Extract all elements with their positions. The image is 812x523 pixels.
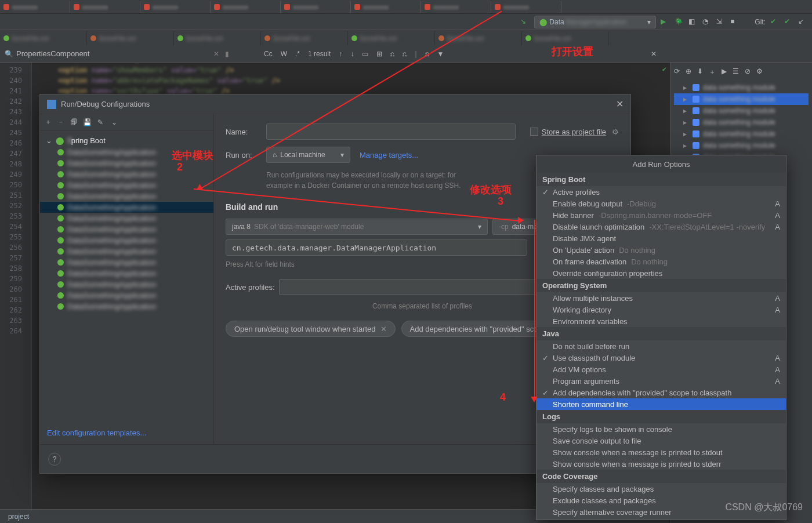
menu-item[interactable]: Specify classes and packages	[536, 483, 786, 495]
menu-item[interactable]: ✓Add dependencies with "provided" scope …	[536, 387, 786, 398]
config-tree-item[interactable]: DataSomethingApplication	[40, 180, 213, 191]
project-tool-label[interactable]: project	[8, 513, 29, 521]
maven-item[interactable]: ▸data something module	[674, 93, 809, 105]
regex[interactable]: .*	[295, 50, 300, 58]
file-tab[interactable]: SomeFile.ext	[348, 31, 435, 45]
os-tab[interactable]: xxxxxxxx	[144, 1, 211, 13]
menu-item[interactable]: Disable launch optimization-XX:TieredSto…	[536, 221, 786, 233]
match-case[interactable]: Cc	[264, 50, 273, 58]
remove-icon[interactable]: －	[57, 117, 64, 127]
stop-icon[interactable]: ■	[730, 17, 740, 27]
file-tab[interactable]: SomeFile.ext	[0, 31, 87, 45]
maven-item[interactable]: ▸data something module	[674, 105, 809, 117]
sdk-combo[interactable]: java 8 SDK of 'data-manager-web' module …	[226, 219, 488, 235]
tool2-icon[interactable]: ⎌	[403, 50, 407, 58]
menu-item[interactable]: Disable JMX agent	[536, 233, 786, 244]
clear-icon[interactable]: ✕	[213, 50, 219, 58]
git-check-icon[interactable]: ✔	[770, 17, 780, 27]
generate-icon[interactable]: ⊕	[686, 67, 691, 77]
file-tab[interactable]: SomeFile.ext	[522, 31, 609, 45]
hammer-icon[interactable]: ↘	[520, 17, 530, 27]
file-tab[interactable]: SomeFile.ext	[261, 31, 348, 45]
chip-provided-scope[interactable]: Add dependencies with "provided" scop	[401, 321, 551, 337]
settings-icon[interactable]: ⚙	[756, 67, 763, 77]
edit-icon[interactable]: ✎	[97, 118, 103, 126]
save-icon[interactable]: 💾	[83, 118, 92, 126]
maven-item[interactable]: ▸data something module	[674, 117, 809, 128]
menu-item[interactable]: On 'Update' actionDo nothing	[536, 244, 786, 256]
tool3-icon[interactable]: ⎌	[425, 50, 429, 58]
menu-item[interactable]: Shorten command line	[536, 398, 786, 410]
store-as-file[interactable]: Store as project file ⚙	[530, 128, 619, 136]
config-tree-item[interactable]: DataSomethingApplication	[40, 213, 213, 224]
close-icon[interactable]: ✕	[380, 325, 387, 333]
select-all-icon[interactable]: ▭	[362, 50, 368, 58]
run-maven-icon[interactable]: ▶	[722, 67, 727, 77]
skip-icon[interactable]: ⊘	[745, 67, 751, 77]
config-tree-item[interactable]: DataSomethingApplication	[40, 158, 213, 169]
config-tree-item[interactable]: DataSomethingApplication	[40, 301, 213, 312]
main-class-field[interactable]: cn.getech.data.manager.DataManagerApplic…	[226, 239, 527, 256]
config-tree-item[interactable]: DataSomethingApplication	[40, 147, 213, 158]
git-push-icon[interactable]: ↙	[798, 17, 807, 27]
menu-item[interactable]: Specify logs to be shown in console	[536, 423, 786, 435]
git-commit-icon[interactable]: ✔	[784, 17, 793, 27]
toggle-icon[interactable]: ☰	[733, 67, 739, 77]
config-tree-item[interactable]: DataSomethingApplication	[40, 191, 213, 202]
os-tab[interactable]: xxxxxxxx	[214, 1, 281, 13]
search-input[interactable]	[16, 49, 190, 58]
close-icon[interactable]: ✕	[616, 99, 624, 110]
file-tab[interactable]: SomeFile.ext	[174, 31, 261, 45]
manage-targets-link[interactable]: Manage targets...	[360, 151, 418, 159]
os-tab[interactable]: xxxxxxxx	[425, 1, 491, 13]
plus-icon[interactable]: ＋	[709, 67, 716, 77]
add-selection-icon[interactable]: ⊞	[376, 50, 382, 58]
name-field[interactable]	[266, 124, 516, 140]
config-tree-item[interactable]: DataSomethingApplication	[40, 279, 213, 290]
menu-item[interactable]: Enable debug output-DdebugA	[536, 198, 786, 209]
prev-icon[interactable]: ↑	[339, 50, 342, 58]
attach-icon[interactable]: ⇲	[716, 17, 726, 27]
menu-item[interactable]: On frame deactivationDo nothing	[536, 256, 786, 267]
download-icon[interactable]: ⬇	[697, 67, 703, 77]
menu-item[interactable]: ✓Active profiles	[536, 186, 786, 198]
add-icon[interactable]: ＋	[45, 117, 52, 127]
config-tree-item[interactable]: DataSomethingApplication	[40, 235, 213, 246]
menu-item[interactable]: Override configuration properties	[536, 267, 786, 279]
close-search-icon[interactable]: ✕	[651, 50, 657, 58]
edit-templates-link[interactable]: Edit configuration templates...	[40, 422, 213, 444]
next-icon[interactable]: ↓	[350, 50, 354, 58]
os-tab[interactable]: xxxxxxxx	[495, 1, 561, 13]
coverage-icon[interactable]: ◧	[688, 17, 698, 27]
debug-icon[interactable]: 🪲	[675, 17, 684, 27]
file-tab[interactable]: SomeFile.ext	[435, 31, 522, 45]
menu-item[interactable]: ✓Use classpath of moduleA	[536, 352, 786, 364]
copy-icon[interactable]: 🗐	[70, 118, 77, 126]
help-icon[interactable]: ?	[48, 453, 61, 466]
menu-item[interactable]: Add VM optionsA	[536, 364, 786, 375]
maven-item[interactable]: ▸data something module	[674, 82, 809, 93]
config-tree-item[interactable]: DataSomethingApplication	[40, 290, 213, 301]
filter-toggle-icon[interactable]: ▮	[225, 50, 229, 58]
gear-icon[interactable]: ⚙	[612, 128, 619, 136]
menu-item[interactable]: Hide banner-Dspring.main.banner-mode=OFF…	[536, 209, 786, 221]
config-tree-item[interactable]: DataSomethingApplication	[40, 268, 213, 279]
menu-item[interactable]: Allow multiple instancesA	[536, 292, 786, 304]
maven-item[interactable]: ▸data something module	[674, 128, 809, 140]
os-tab[interactable]: xxxxxxxx	[354, 1, 421, 13]
menu-item[interactable]: Save console output to file	[536, 435, 786, 446]
maven-item[interactable]: ▸data something module	[674, 140, 809, 151]
file-tab[interactable]: SomeFile.ext	[87, 31, 174, 45]
checkbox-icon[interactable]	[530, 128, 538, 136]
menu-item[interactable]: Program argumentsA	[536, 375, 786, 387]
os-tab[interactable]: xxxxxxxx	[284, 1, 351, 13]
chip-open-tool-window[interactable]: Open run/debug tool window when started✕	[226, 321, 396, 337]
run-icon[interactable]: ▶	[661, 17, 670, 27]
reimport-icon[interactable]: ⟳	[674, 67, 680, 77]
config-tree-item[interactable]: DataSomethingApplication	[40, 246, 213, 257]
tool1-icon[interactable]: ⎌	[390, 50, 394, 58]
config-tree-item[interactable]: DataSomethingApplication	[40, 202, 213, 213]
expand-icon[interactable]: ⌄	[111, 118, 117, 126]
config-tree[interactable]: ⌄⬤ Spring Boot DataSomethingApplicationD…	[40, 130, 213, 422]
runon-combo[interactable]: ⌂ Local machine ▾	[266, 147, 350, 163]
